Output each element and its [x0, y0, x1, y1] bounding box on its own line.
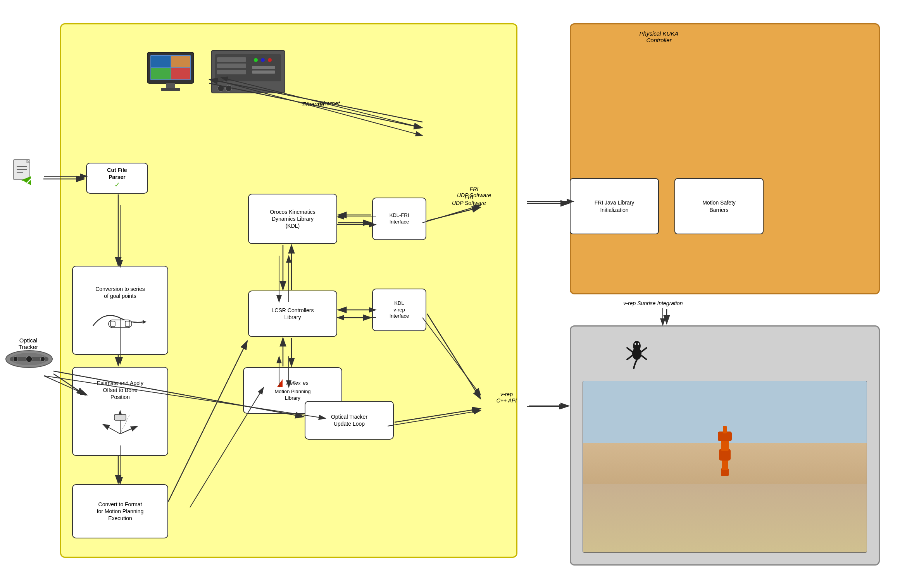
svg-rect-61 [217, 64, 246, 68]
monitor-icon [140, 50, 202, 97]
svg-rect-45 [166, 83, 175, 88]
svg-rect-66 [252, 66, 275, 69]
svg-point-55 [13, 357, 18, 361]
estimate-offset-node: Estimate and ApplyOffset to BonePosition [72, 367, 168, 456]
cut-file-parser-label: Cut FileParser [107, 167, 127, 181]
svg-rect-38 [723, 426, 727, 433]
reflexes-triangle-icon [277, 379, 283, 387]
svg-line-29 [641, 348, 647, 352]
ethernet-label-display: Ethernet [318, 100, 340, 107]
optical-tracker-label: OpticalTracker [7, 337, 50, 350]
conversion-node: Conversion to seriesof goal points [72, 266, 168, 355]
svg-rect-43 [151, 68, 171, 79]
kdl-fri-label: KDL-FRIInterface [390, 212, 409, 225]
gecko-icon [625, 338, 648, 369]
vrep-api-label: v-repC++ API [481, 391, 532, 404]
svg-rect-60 [217, 57, 246, 62]
svg-rect-62 [217, 70, 246, 74]
fri-udp-area: FRIUDP Software [449, 186, 499, 198]
svg-line-27 [627, 348, 632, 352]
svg-marker-70 [143, 320, 147, 324]
svg-point-69 [226, 85, 232, 91]
lcsr-label: LCSR ControllersLibrary [272, 307, 314, 321]
svg-point-64 [261, 58, 265, 62]
svg-point-31 [634, 343, 636, 345]
optical-loop-node: Optical TrackerUpdate Loop [305, 401, 394, 440]
orocos-kdl-node: Orocos KinematicsDynamics Library(KDL) [248, 194, 337, 244]
optical-loop-label: Optical TrackerUpdate Loop [331, 413, 367, 427]
svg-line-30 [641, 356, 647, 359]
motion-safety-node: Motion SafetyBarriers [674, 178, 764, 234]
convert-format-node: Convert to Formatfor Motion PlanningExec… [72, 484, 168, 538]
svg-point-57 [40, 357, 45, 361]
svg-point-68 [218, 85, 224, 91]
svg-point-32 [638, 343, 639, 345]
svg-line-76 [103, 424, 120, 434]
svg-rect-44 [171, 68, 190, 79]
vrep-screenshot [583, 381, 867, 553]
svg-point-63 [254, 58, 258, 62]
svg-rect-41 [151, 56, 171, 67]
lcsr-node: LCSR ControllersLibrary [248, 291, 337, 337]
kuka-controller-icon [209, 46, 287, 97]
conversion-label: Conversion to seriesof goal points [89, 285, 151, 299]
kdl-vrep-label: KDLv-repInterface [390, 300, 409, 320]
svg-line-75 [120, 426, 138, 434]
kuka-controller-label: Physical KUKAController [628, 30, 690, 43]
svg-line-28 [627, 356, 632, 359]
svg-rect-77 [114, 414, 126, 420]
axes-icon [95, 403, 145, 442]
vrep-sunrise-label: v-rep Sunrise Integration [607, 300, 700, 306]
svg-rect-67 [252, 70, 275, 74]
kdl-fri-node: KDL-FRIInterface [372, 198, 426, 240]
path-trajectory-icon [89, 303, 151, 334]
cut-file-icon [12, 159, 35, 187]
kdl-vrep-node: KDLv-repInterface [372, 289, 426, 331]
convert-format-label: Convert to Formatfor Motion PlanningExec… [97, 501, 144, 522]
vrep-box [570, 325, 880, 566]
svg-point-56 [26, 356, 32, 362]
svg-point-65 [268, 58, 272, 62]
main-container: OpticalTracker Physical KUKAController C… [0, 0, 900, 588]
reflexes-label: Motion PlanningLibrary [274, 389, 310, 402]
controller-pc-icon [138, 50, 203, 97]
orocos-label: Orocos KinematicsDynamics Library(KDL) [270, 208, 315, 230]
svg-rect-73 [125, 321, 130, 327]
svg-point-26 [632, 347, 641, 360]
java-sunrise-box [570, 23, 880, 294]
estimate-offset-label: Estimate and ApplyOffset to BonePosition [95, 380, 145, 401]
fri-java-init-label: FRI Java LibraryInitialization [595, 199, 634, 213]
fri-java-init-node: FRI Java LibraryInitialization [570, 178, 659, 234]
cut-file-parser-node: Cut FileParser ✓ [86, 163, 148, 194]
svg-rect-42 [171, 56, 190, 67]
optical-tracker-icon [4, 349, 50, 368]
motion-safety-label: Motion SafetyBarriers [702, 199, 736, 213]
svg-rect-72 [110, 321, 115, 327]
robot-arm-icon [702, 422, 748, 480]
svg-rect-46 [161, 88, 180, 91]
